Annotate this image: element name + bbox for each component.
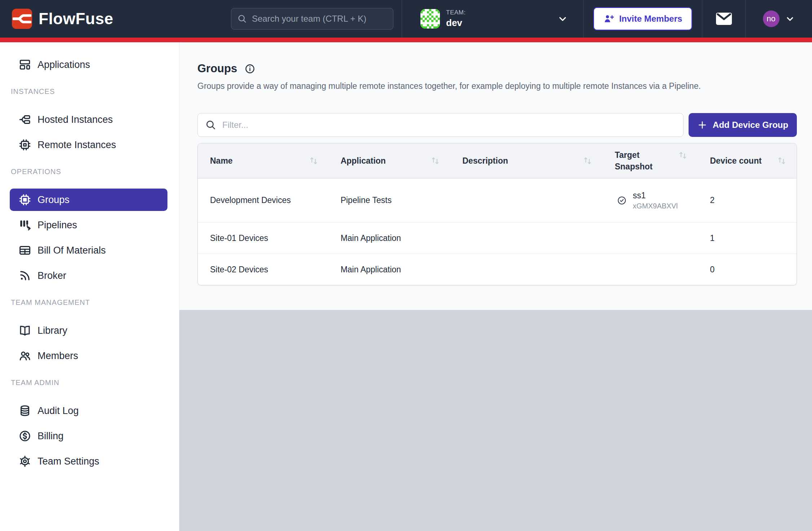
applications-icon <box>18 58 32 72</box>
table-header-row: Name Application <box>198 143 796 178</box>
sidebar-item-label: Pipelines <box>38 220 77 231</box>
flowfuse-logo-icon <box>12 9 32 29</box>
brand-name: FlowFuse <box>39 10 113 28</box>
add-device-group-label: Add Device Group <box>713 120 788 130</box>
user-plus-icon <box>603 13 614 24</box>
brand[interactable]: FlowFuse <box>12 0 113 38</box>
column-label: Application <box>341 156 386 166</box>
library-icon <box>18 324 32 337</box>
sidebar-item-billing[interactable]: Billing <box>10 425 167 447</box>
sidebar-item-hosted-instances[interactable]: Hosted Instances <box>10 108 167 131</box>
main-panel: Groups Groups provide a way of managing … <box>179 42 812 531</box>
sidebar-item-label: Applications <box>38 59 90 70</box>
info-circle-icon[interactable] <box>244 63 256 74</box>
column-header-description[interactable]: Description <box>450 143 602 178</box>
cell-name: Site-01 Devices <box>198 223 328 254</box>
header-accent-bar <box>0 38 812 42</box>
snapshot-name: ss1 <box>633 191 677 200</box>
page-description: Groups provide a way of managing multipl… <box>197 81 797 91</box>
sort-icon <box>431 156 440 165</box>
invite-members-button[interactable]: Invite Members <box>593 7 693 30</box>
table-row[interactable]: Site-02 Devices Main Application 0 <box>198 254 796 285</box>
sidebar-item-broker[interactable]: Broker <box>10 264 167 287</box>
invite-members-label: Invite Members <box>619 14 682 24</box>
device-group-icon <box>18 193 32 207</box>
search-input[interactable] <box>252 14 387 24</box>
team-search[interactable] <box>231 8 393 30</box>
sidebar-item-label: Audit Log <box>38 405 79 416</box>
sidebar-item-label: Broker <box>38 270 66 281</box>
sidebar-section-team-management: TEAM MANAGEMENT <box>11 298 179 307</box>
members-icon <box>18 349 32 363</box>
column-header-application[interactable]: Application <box>328 143 450 178</box>
billing-icon <box>18 429 32 443</box>
sidebar-section-operations: OPERATIONS <box>11 168 179 176</box>
user-avatar: no <box>763 10 780 27</box>
page-title: Groups <box>197 62 237 75</box>
column-label: Name <box>210 156 233 166</box>
filter-box <box>197 113 684 137</box>
column-header-device-count[interactable]: Device count <box>698 143 796 178</box>
team-label: TEAM: <box>446 9 466 16</box>
broker-icon <box>18 269 32 282</box>
sidebar-item-team-settings[interactable]: Team Settings <box>10 450 167 472</box>
pipelines-icon <box>18 218 32 232</box>
notifications-button[interactable] <box>702 0 745 38</box>
team-selector[interactable]: TEAM: dev <box>402 0 583 38</box>
cell-application: Main Application <box>328 223 450 254</box>
team-name: dev <box>446 17 466 29</box>
sidebar-item-library[interactable]: Library <box>10 319 167 342</box>
chevron-down-icon <box>557 13 568 24</box>
sidebar-item-members[interactable]: Members <box>10 345 167 367</box>
sidebar: Applications INSTANCES Hosted Instances <box>0 42 179 531</box>
sidebar-item-label: Team Settings <box>38 456 99 467</box>
hosted-instances-icon <box>18 113 32 126</box>
sidebar-item-pipelines[interactable]: Pipelines <box>10 214 167 236</box>
sidebar-item-remote-instances[interactable]: Remote Instances <box>10 134 167 156</box>
sidebar-item-label: Groups <box>38 194 70 206</box>
device-groups-table: Name Application <box>197 143 797 285</box>
audit-log-icon <box>18 404 32 418</box>
filter-input[interactable] <box>222 120 676 130</box>
plus-icon <box>697 120 707 130</box>
sidebar-item-label: Bill Of Materials <box>38 245 106 256</box>
sidebar-item-label: Library <box>38 325 67 336</box>
sidebar-item-groups[interactable]: Groups <box>10 189 167 211</box>
sort-icon <box>583 156 592 165</box>
remote-instances-icon <box>18 138 32 152</box>
sort-icon <box>309 156 318 165</box>
sidebar-item-label: Remote Instances <box>38 139 116 151</box>
sidebar-section-team-admin: TEAM ADMIN <box>11 379 179 387</box>
app-header: FlowFuse <box>0 0 812 38</box>
check-circle-icon <box>617 195 627 206</box>
cell-name: Site-02 Devices <box>198 254 328 285</box>
column-label: Device count <box>710 156 761 166</box>
cell-device-count: 1 <box>698 223 796 254</box>
cell-application: Pipeline Tests <box>328 178 450 222</box>
sidebar-item-label: Members <box>38 350 78 362</box>
table-row[interactable]: Site-01 Devices Main Application 1 <box>198 222 796 254</box>
column-header-target-snapshot[interactable]: Target Snapshot <box>602 143 698 178</box>
sidebar-item-label: Billing <box>38 431 64 442</box>
page-background-strip <box>179 310 812 531</box>
sidebar-section-instances: INSTANCES <box>11 87 179 96</box>
user-menu[interactable]: no <box>745 0 812 38</box>
sidebar-item-bill-of-materials[interactable]: Bill Of Materials <box>10 239 167 262</box>
cell-device-count: 2 <box>698 178 796 222</box>
team-avatar <box>420 9 440 29</box>
cell-target-snapshot <box>602 223 698 254</box>
cell-description <box>450 254 602 285</box>
cell-name: Development Devices <box>198 178 328 222</box>
sort-icon <box>678 151 687 160</box>
envelope-icon <box>716 12 732 25</box>
sidebar-item-audit-log[interactable]: Audit Log <box>10 400 167 422</box>
column-header-name[interactable]: Name <box>198 143 328 178</box>
sidebar-item-applications[interactable]: Applications <box>10 53 167 76</box>
column-label: Description <box>462 156 508 166</box>
add-device-group-button[interactable]: Add Device Group <box>689 113 797 137</box>
table-row[interactable]: Development Devices Pipeline Tests <box>198 178 796 222</box>
snapshot-id: xGMX9ABXVl <box>633 202 677 210</box>
cell-description <box>450 223 602 254</box>
column-label: Target Snapshot <box>615 149 663 172</box>
cell-device-count: 0 <box>698 254 796 285</box>
